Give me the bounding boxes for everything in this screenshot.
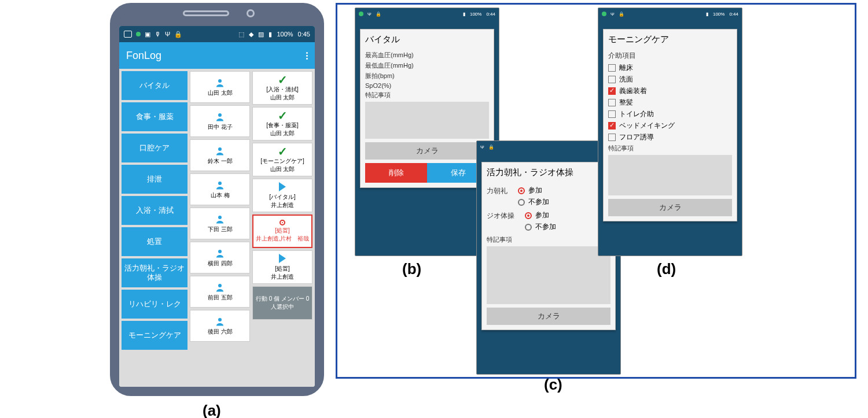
dialog-title: 活力朝礼・ラジオ体操 — [487, 167, 610, 178]
person-icon — [215, 146, 225, 156]
task-label: [モーニングケア] — [260, 157, 304, 165]
checkbox-row[interactable]: 離床 — [608, 63, 732, 73]
status-bar: ▣ 🎙 Ψ 🔒 ⬚ ◆ ▨ ▮ 100% 0:45 — [119, 26, 315, 42]
checkbox-label: トイレ介助 — [619, 109, 654, 119]
checkbox-row[interactable]: 義歯装着 — [608, 86, 732, 96]
person-icon — [215, 77, 225, 88]
status-bar: Ψ🔒 ▮100%0:44 — [355, 8, 499, 20]
task-who: 山田 太郎 — [270, 94, 295, 102]
person-card[interactable]: 下田 三郎 — [190, 208, 250, 239]
checkbox-row[interactable]: 洗面 — [608, 75, 732, 84]
category-button[interactable]: 排泄 — [122, 165, 187, 194]
notes-textarea[interactable] — [365, 102, 489, 139]
battery-text: 100% — [713, 12, 724, 17]
person-name: 山田 太郎 — [208, 89, 233, 97]
category-button[interactable]: リハビリ・レク — [122, 290, 187, 319]
person-card[interactable]: 横田 四郎 — [190, 242, 250, 273]
radio-option[interactable]: 不参加 — [525, 222, 556, 232]
radio-label: 参加 — [535, 210, 549, 220]
checkbox-row[interactable]: ベッドメイキング — [608, 121, 732, 131]
task-label: [入浴・清拭] — [266, 86, 299, 94]
battery-text: 100% — [470, 12, 481, 17]
caption-c: (c) — [544, 376, 562, 394]
notes-textarea[interactable] — [487, 246, 610, 304]
radio-label: 不参加 — [535, 222, 556, 232]
task-card-recording[interactable]: [処置]井上創造,片村 裕哉 — [252, 214, 312, 248]
battery-icon: ▮ — [463, 12, 465, 17]
camera-button[interactable]: カメラ — [365, 142, 489, 160]
radio-icon — [518, 187, 525, 194]
category-button[interactable]: モーニングケア — [122, 321, 187, 350]
checkbox-row[interactable]: 整髪 — [608, 98, 732, 108]
field-label[interactable]: 最低血圧(mmHg) — [365, 61, 489, 70]
camera-button[interactable]: カメラ — [608, 199, 732, 216]
check-icon: ✓ — [278, 74, 288, 86]
field-label[interactable]: SpO2(%) — [365, 82, 489, 89]
main-grid: バイタル 食事・服薬 口腔ケア 排泄 入浴・清拭 処置 活力朝礼・ラジオ体操 リ… — [119, 69, 315, 387]
svg-point-0 — [218, 79, 222, 83]
status-icon — [359, 12, 363, 16]
task-card[interactable]: [処置]井上創造 — [252, 250, 312, 284]
more-icon[interactable] — [306, 52, 308, 60]
notes-textarea[interactable] — [608, 155, 732, 195]
person-card[interactable]: 山本 梅 — [190, 173, 250, 205]
task-who: 井上創造 — [271, 273, 294, 281]
task-who: 山田 太郎 — [270, 165, 295, 173]
person-icon — [215, 214, 225, 224]
field-label[interactable]: 最高血圧(mmHg) — [365, 51, 489, 60]
radio-option[interactable]: 不参加 — [518, 197, 549, 207]
task-card[interactable]: [バイタル]井上創造 — [252, 179, 312, 212]
person-card[interactable]: 前田 五郎 — [190, 276, 250, 308]
person-icon — [215, 112, 225, 122]
summary-text: 行動 0 個 メンバー 0 人選択中 — [254, 295, 311, 311]
check-icon: ✓ — [278, 110, 288, 121]
person-icon — [215, 316, 225, 327]
task-summary[interactable]: 行動 0 個 メンバー 0 人選択中 — [252, 286, 312, 320]
checkbox-label: 義歯装着 — [619, 86, 647, 96]
usb-icon: Ψ — [480, 145, 484, 150]
category-button[interactable]: 入浴・清拭 — [122, 196, 187, 225]
svg-point-1 — [218, 113, 222, 117]
task-card[interactable]: ✓[モーニングケア]山田 太郎 — [252, 143, 312, 176]
status-icon — [124, 31, 132, 38]
checkbox-label: 離床 — [619, 63, 633, 73]
person-card[interactable]: 後田 六郎 — [190, 310, 250, 342]
task-card[interactable]: ✓[食事・服薬]山田 太郎 — [252, 107, 312, 140]
wifi-icon: ◆ — [249, 31, 253, 38]
field-label[interactable]: 脈拍(bpm) — [365, 72, 489, 80]
clock-text: 0:44 — [486, 12, 495, 17]
checkbox-label: 整髪 — [619, 98, 633, 108]
camera-button[interactable]: カメラ — [487, 308, 610, 325]
radio-label: 不参加 — [528, 197, 549, 207]
checkbox-row[interactable]: フロア誘導 — [608, 132, 732, 142]
category-button[interactable]: 活力朝礼・ラジオ体操 — [122, 258, 187, 287]
category-button[interactable]: 食事・服薬 — [122, 102, 187, 131]
person-card[interactable]: 山田 太郎 — [190, 71, 250, 103]
category-column: バイタル 食事・服薬 口腔ケア 排泄 入浴・清拭 処置 活力朝礼・ラジオ体操 リ… — [122, 71, 187, 384]
caption-a: (a) — [203, 402, 221, 418]
person-card[interactable]: 田中 花子 — [190, 105, 250, 137]
person-name: 横田 四郎 — [208, 260, 233, 268]
radio-icon — [525, 212, 532, 219]
person-name: 後田 六郎 — [208, 328, 233, 336]
delete-button[interactable]: 削除 — [365, 163, 427, 183]
usb-icon: Ψ — [367, 12, 372, 17]
person-icon — [215, 282, 225, 293]
task-label: [処置] — [275, 227, 290, 235]
section-label: 介助項目 — [608, 51, 732, 61]
radio-option[interactable]: 参加 — [518, 186, 549, 195]
category-button[interactable]: 処置 — [122, 227, 187, 256]
category-button[interactable]: 口腔ケア — [122, 134, 187, 162]
app-title: FonLog — [126, 50, 161, 62]
checkbox-row[interactable]: トイレ介助 — [608, 109, 732, 119]
mic-icon: 🎙 — [155, 31, 161, 38]
category-button[interactable]: バイタル — [122, 71, 187, 100]
status-icon — [136, 32, 141, 36]
person-card[interactable]: 鈴木 一郎 — [190, 139, 250, 171]
person-name: 田中 花子 — [208, 123, 233, 131]
notes-label: 特記事項 — [487, 235, 610, 244]
task-card[interactable]: ✓[入浴・清拭]山田 太郎 — [252, 71, 312, 105]
notes-label: 特記事項 — [608, 144, 732, 153]
person-name: 前田 五郎 — [208, 294, 233, 302]
radio-option[interactable]: 参加 — [525, 210, 556, 220]
